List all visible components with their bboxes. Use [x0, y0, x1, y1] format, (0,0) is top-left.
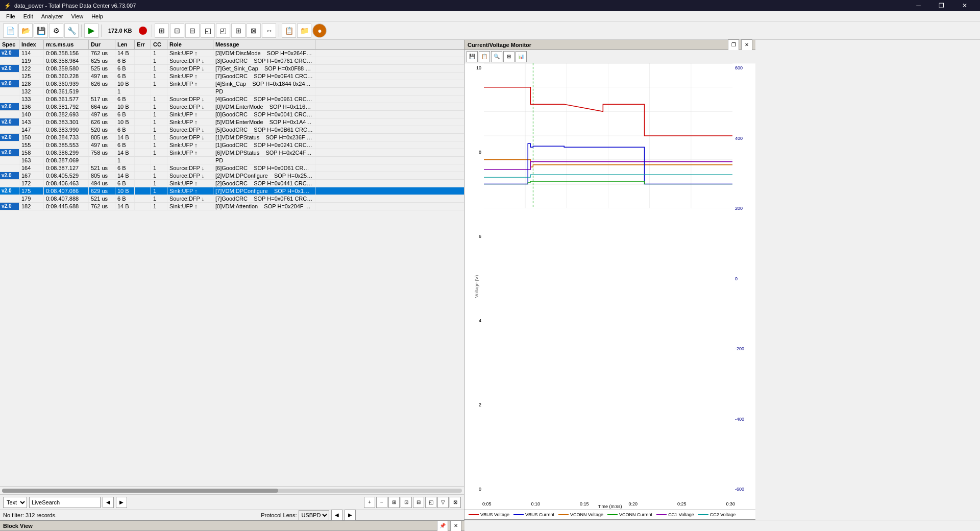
vm-tool-2[interactable]: 📋: [479, 51, 490, 62]
tb-btn-5[interactable]: ◰: [216, 23, 230, 38]
cell-cc: 1: [151, 50, 167, 57]
table-row[interactable]: v2.0 150 0:08.384.733 805 us 14 B 1 Sour…: [0, 134, 464, 141]
table-row[interactable]: v2.0 114 0:08.358.156 762 us 14 B 1 Sink…: [0, 50, 464, 57]
table-row[interactable]: v2.0 128 0:08.360.939 626 us 10 B 1 Sink…: [0, 80, 464, 88]
cell-dur: 517 us: [89, 95, 115, 103]
menu-view[interactable]: View: [67, 12, 88, 20]
block-view-close-button[interactable]: ✕: [450, 520, 461, 532]
table-row[interactable]: 179 0:08.407.888 521 us 6 B 1 Source:DFP…: [0, 195, 464, 203]
tb-btn-10[interactable]: 📁: [297, 23, 311, 38]
close-button[interactable]: ✕: [953, 0, 976, 11]
cell-index: 163: [19, 157, 44, 164]
table-row[interactable]: 164 0:08.387.127 521 us 6 B 1 Source:DFP…: [0, 164, 464, 172]
filter-btn-2[interactable]: ⊡: [401, 497, 412, 508]
config-button[interactable]: 🔧: [64, 23, 79, 38]
cell-msg-data: [0]VDM:EnterMode SOP H=0x116F 0xFF018104…: [213, 103, 315, 110]
table-row[interactable]: v2.0 158 0:08.386.299 758 us 14 B 1 Sink…: [0, 149, 464, 157]
cell-time: 0:08.383.990: [44, 126, 89, 133]
table-row[interactable]: 125 0:08.360.228 497 us 6 B 1 Sink:UFP ↑…: [0, 73, 464, 80]
cell-index: 158: [19, 149, 44, 156]
cell-role: [167, 88, 213, 95]
protocol-lens-btn-2[interactable]: ▶: [345, 510, 356, 521]
table-row[interactable]: v2.0 122 0:08.359.580 525 us 6 B 1 Sourc…: [0, 65, 464, 73]
table-row[interactable]: v2.0 175 0:08.407.086 629 us 10 B 1 Sink…: [0, 187, 464, 195]
h-scrollbar[interactable]: [0, 486, 464, 494]
menu-edit[interactable]: Edit: [19, 12, 37, 20]
tb-btn-8[interactable]: ↔: [262, 23, 276, 38]
filter-btn-3[interactable]: ⊟: [413, 497, 424, 508]
remove-filter-button[interactable]: −: [376, 497, 387, 508]
protocol-lens-select[interactable]: USBPD USB2 USB3: [299, 510, 329, 520]
search-input[interactable]: [29, 497, 101, 508]
cell-time: 0:08.361.519: [44, 88, 89, 95]
cell-len: 10 B: [115, 103, 135, 110]
cell-spec: [0, 180, 19, 187]
cell-len: 1: [115, 157, 135, 164]
search-back-button[interactable]: ◀: [103, 497, 114, 508]
table-row[interactable]: 119 0:08.358.984 625 us 6 B 1 Source:DFP…: [0, 57, 464, 65]
table-row[interactable]: v2.0 136 0:08.381.792 664 us 10 B 1 Sour…: [0, 103, 464, 111]
table-row[interactable]: 172 0:08.406.463 494 us 6 B 1 Sink:UFP ↑…: [0, 180, 464, 187]
vm-close-button[interactable]: ✕: [741, 39, 752, 51]
cell-len: 6 B: [115, 141, 135, 149]
cell-err: [135, 57, 151, 64]
menu-analyzer[interactable]: Analyzer: [37, 12, 67, 20]
menu-help[interactable]: Help: [87, 12, 107, 20]
table-body[interactable]: v2.0 114 0:08.358.156 762 us 14 B 1 Sink…: [0, 50, 464, 486]
cell-spec: v2.0: [0, 203, 19, 210]
col-spec: Spec: [0, 40, 19, 49]
table-row[interactable]: v2.0 143 0:08.383.301 626 us 10 B 1 Sink…: [0, 118, 464, 126]
vm-tool-1[interactable]: 💾: [467, 51, 478, 62]
tb-btn-7[interactable]: ⊠: [247, 23, 261, 38]
minimize-button[interactable]: ─: [907, 0, 930, 11]
search-forward-button[interactable]: ▶: [116, 497, 127, 508]
open-button[interactable]: 📂: [18, 23, 33, 38]
cell-role: Source:DFP ↓: [167, 164, 213, 172]
cell-time: 0:08.385.553: [44, 141, 89, 149]
cell-len: 6 B: [115, 180, 135, 187]
voltage-monitor-title: Current/Voltage Monitor: [468, 42, 531, 48]
cell-msg-data: [7]GoodCRC SOP H=0x0F61 CRC=0xAD805588 E…: [213, 195, 315, 202]
y-left-title: Voltage (V): [474, 275, 479, 298]
restore-button[interactable]: ❐: [930, 0, 953, 11]
table-row[interactable]: 133 0:08.361.577 517 us 6 B 1 Source:DFP…: [0, 95, 464, 103]
play-button[interactable]: ▶: [84, 23, 99, 38]
search-type-select[interactable]: Text Hex Dec: [3, 497, 27, 508]
table-row[interactable]: v2.0 167 0:08.405.529 805 us 14 B 1 Sour…: [0, 172, 464, 180]
tb-btn-4[interactable]: ◱: [201, 23, 215, 38]
add-filter-button[interactable]: +: [364, 497, 375, 508]
tb-btn-11[interactable]: ●: [312, 23, 327, 38]
tb-btn-2[interactable]: ⊡: [170, 23, 184, 38]
block-view-pin-button[interactable]: 📌: [437, 520, 448, 532]
new-button[interactable]: 📄: [3, 23, 17, 38]
table-row[interactable]: 163 0:08.387.069 1 PD: [0, 157, 464, 164]
filter-btn-6[interactable]: ⊠: [450, 497, 461, 508]
tb-btn-6[interactable]: ⊞: [231, 23, 246, 38]
filter-btn-4[interactable]: ◱: [425, 497, 436, 508]
filter-btn-1[interactable]: ⊞: [388, 497, 400, 508]
cell-dur: 805 us: [89, 172, 115, 179]
protocol-lens-btn-1[interactable]: ◀: [331, 510, 342, 521]
settings-button[interactable]: ⚙: [49, 23, 63, 38]
table-row[interactable]: 140 0:08.382.693 497 us 6 B 1 Sink:UFP ↑…: [0, 111, 464, 118]
cell-err: [135, 195, 151, 202]
cell-role: Source:DFP ↓: [167, 126, 213, 133]
menu-file[interactable]: File: [2, 12, 19, 20]
table-row[interactable]: 147 0:08.383.990 520 us 6 B 1 Source:DFP…: [0, 126, 464, 134]
table-row[interactable]: v2.0 182 0:09.445.688 762 us 14 B 1 Sink…: [0, 203, 464, 210]
filter-btn-5[interactable]: ▽: [437, 497, 449, 508]
cell-role: Sink:UFP ↑: [167, 187, 213, 195]
tb-btn-3[interactable]: ⊟: [185, 23, 200, 38]
vm-tool-4[interactable]: ⊞: [503, 51, 514, 62]
vm-tool-3[interactable]: 🔍: [491, 51, 502, 62]
vm-btn-1[interactable]: ❐: [728, 39, 739, 51]
vm-tool-5[interactable]: 📊: [516, 51, 527, 62]
save-button[interactable]: 💾: [34, 23, 48, 38]
tb-btn-1[interactable]: ⊞: [155, 23, 169, 38]
table-row[interactable]: 155 0:08.385.553 497 us 6 B 1 Sink:UFP ↑…: [0, 141, 464, 149]
col-len: Len: [115, 40, 135, 49]
tb-btn-9[interactable]: 📋: [282, 23, 296, 38]
cell-time: 0:08.407.888: [44, 195, 89, 202]
cell-index: 164: [19, 164, 44, 172]
table-row[interactable]: 132 0:08.361.519 1 PD: [0, 88, 464, 95]
